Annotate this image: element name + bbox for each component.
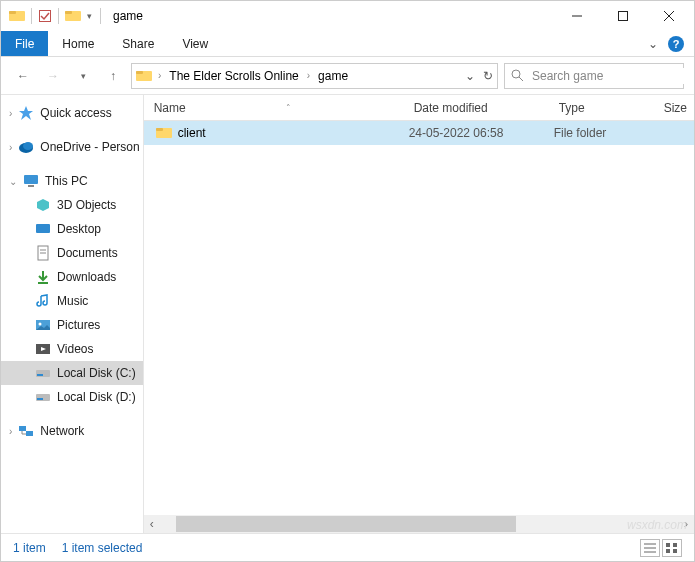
breadcrumb-segment[interactable]: The Elder Scrolls Online: [167, 69, 300, 83]
icons-view-button[interactable]: [662, 539, 682, 557]
search-box[interactable]: [504, 63, 684, 89]
svg-point-11: [512, 70, 520, 78]
sidebar-onedrive[interactable]: › OneDrive - Personal: [1, 135, 143, 159]
downloads-icon: [35, 269, 51, 285]
sidebar-downloads[interactable]: Downloads: [1, 265, 143, 289]
desktop-icon: [35, 221, 51, 237]
sidebar-label: Music: [57, 294, 88, 308]
documents-icon: [35, 245, 51, 261]
svg-rect-41: [666, 543, 670, 547]
sidebar-pictures[interactable]: Pictures: [1, 313, 143, 337]
folder-icon-small: [65, 8, 81, 24]
svg-marker-18: [37, 199, 49, 211]
svg-rect-4: [65, 11, 72, 14]
sidebar-videos[interactable]: Videos: [1, 337, 143, 361]
refresh-icon[interactable]: ↻: [483, 69, 493, 83]
minimize-button[interactable]: [554, 1, 600, 31]
3d-objects-icon: [35, 197, 51, 213]
svg-rect-43: [666, 549, 670, 553]
sidebar: › Quick access › OneDrive - Personal ⌄ T…: [1, 95, 144, 533]
chevron-right-icon[interactable]: ›: [156, 70, 163, 81]
pictures-icon: [35, 317, 51, 333]
recent-dropdown-icon[interactable]: ▾: [71, 64, 95, 88]
status-selected-count: 1 item selected: [62, 541, 143, 555]
sidebar-local-disk-d[interactable]: Local Disk (D:): [1, 385, 143, 409]
column-date[interactable]: Date modified: [404, 101, 549, 115]
file-list: client 24-05-2022 06:58 File folder: [144, 121, 694, 515]
column-type[interactable]: Type: [549, 101, 654, 115]
svg-rect-1: [9, 11, 16, 14]
up-button[interactable]: ↑: [101, 64, 125, 88]
svg-rect-10: [136, 71, 143, 74]
breadcrumb-segment[interactable]: game: [316, 69, 350, 83]
sidebar-quick-access[interactable]: › Quick access: [1, 101, 143, 125]
search-input[interactable]: [530, 68, 684, 84]
sidebar-label: Local Disk (C:): [57, 366, 136, 380]
horizontal-scrollbar[interactable]: ‹ ›: [144, 515, 694, 533]
folder-icon: [9, 8, 25, 24]
address-bar[interactable]: › The Elder Scrolls Online › game ⌄ ↻: [131, 63, 498, 89]
status-bar: 1 item 1 item selected: [1, 533, 694, 561]
help-icon[interactable]: ?: [668, 36, 684, 52]
column-name[interactable]: Name ˄: [144, 101, 404, 115]
sidebar-local-disk-c[interactable]: Local Disk (C:): [1, 361, 143, 385]
sidebar-desktop[interactable]: Desktop: [1, 217, 143, 241]
svg-marker-13: [19, 106, 33, 120]
chevron-right-icon[interactable]: ›: [9, 142, 12, 153]
file-tab[interactable]: File: [1, 31, 48, 56]
sidebar-network[interactable]: › Network: [1, 419, 143, 443]
scroll-track[interactable]: [176, 516, 662, 532]
svg-rect-44: [673, 549, 677, 553]
file-row[interactable]: client 24-05-2022 06:58 File folder: [144, 121, 694, 145]
svg-rect-16: [24, 175, 38, 184]
address-dropdown-icon[interactable]: ⌄: [465, 69, 475, 83]
maximize-button[interactable]: [600, 1, 646, 31]
forward-button[interactable]: →: [41, 64, 65, 88]
body: › Quick access › OneDrive - Personal ⌄ T…: [1, 95, 694, 533]
scroll-thumb[interactable]: [176, 516, 516, 532]
tab-view[interactable]: View: [168, 31, 222, 56]
sidebar-3d-objects[interactable]: 3D Objects: [1, 193, 143, 217]
column-name-label: Name: [154, 101, 186, 115]
back-button[interactable]: ←: [11, 64, 35, 88]
sort-indicator-icon: ˄: [286, 103, 291, 113]
sidebar-this-pc[interactable]: ⌄ This PC: [1, 169, 143, 193]
svg-point-25: [39, 323, 42, 326]
svg-rect-29: [37, 374, 43, 376]
sidebar-label: Downloads: [57, 270, 116, 284]
svg-point-15: [23, 142, 33, 150]
sidebar-label: OneDrive - Personal: [40, 140, 138, 154]
quick-access-toolbar: ▾: [3, 8, 103, 24]
sidebar-documents[interactable]: Documents: [1, 241, 143, 265]
chevron-down-icon[interactable]: ⌄: [9, 176, 17, 187]
chevron-right-icon[interactable]: ›: [9, 426, 12, 437]
sidebar-music[interactable]: Music: [1, 289, 143, 313]
disk-icon: [35, 365, 51, 381]
separator: [100, 8, 101, 24]
details-view-button[interactable]: [640, 539, 660, 557]
scroll-right-icon[interactable]: ›: [678, 516, 694, 532]
close-button[interactable]: [646, 1, 692, 31]
sidebar-label: This PC: [45, 174, 88, 188]
qat-checkbox-icon[interactable]: [38, 9, 52, 23]
folder-icon: [136, 68, 152, 84]
separator: [58, 8, 59, 24]
scroll-left-icon[interactable]: ‹: [144, 516, 160, 532]
window-title: game: [113, 9, 143, 23]
chevron-right-icon[interactable]: ›: [9, 108, 12, 119]
chevron-right-icon[interactable]: ›: [305, 70, 312, 81]
ribbon: File Home Share View ⌄ ?: [1, 31, 694, 57]
sidebar-label: Documents: [57, 246, 118, 260]
svg-rect-42: [673, 543, 677, 547]
column-headers: Name ˄ Date modified Type Size: [144, 95, 694, 121]
ribbon-collapse-icon[interactable]: ⌄: [648, 37, 658, 51]
sidebar-label: Videos: [57, 342, 93, 356]
qat-dropdown-icon[interactable]: ▾: [85, 11, 94, 21]
tab-home[interactable]: Home: [48, 31, 108, 56]
view-switcher: [640, 539, 682, 557]
file-type: File folder: [546, 126, 651, 140]
svg-rect-32: [19, 426, 26, 431]
tab-share[interactable]: Share: [108, 31, 168, 56]
svg-rect-17: [28, 185, 34, 187]
column-size[interactable]: Size: [654, 101, 694, 115]
